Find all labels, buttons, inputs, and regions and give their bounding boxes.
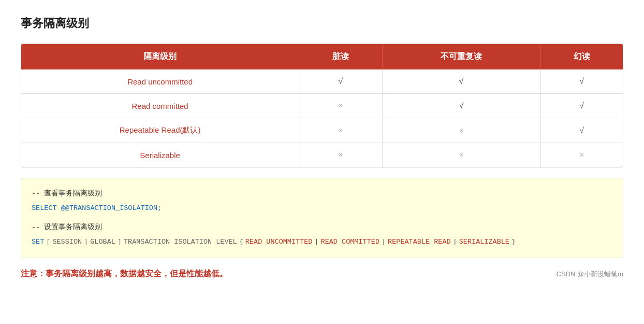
- cell-level: Read committed: [21, 94, 299, 118]
- col-header-level: 隔离级别: [21, 44, 299, 69]
- cell-level: Repeatable Read(默认): [21, 118, 299, 143]
- notice-text: 注意：事务隔离级别越高，数据越安全，但是性能越低。: [21, 269, 228, 279]
- code-block: -- 查看事务隔离级别 SELECT @@TRANSACTION_ISOLATI…: [21, 178, 623, 258]
- isolation-table: 隔离级别 脏读 不可重复读 幻读 Read uncommitted√√√Read…: [21, 44, 623, 167]
- cell-level: Read uncommitted: [21, 69, 299, 94]
- cell-phantom: ×: [540, 143, 623, 167]
- table-row: Read committed×√√: [21, 94, 623, 118]
- set-bracket-close: ]: [118, 236, 122, 248]
- set-pipe: |: [84, 236, 88, 248]
- set-brace-close: }: [511, 236, 516, 248]
- set-sep3: |: [453, 236, 457, 248]
- set-brace-open: {: [239, 236, 243, 248]
- csdn-label: CSDN @小新没蜡笔m: [557, 270, 623, 279]
- set-opt1: READ UNCOMMITTED: [245, 236, 313, 248]
- set-sep2: |: [382, 236, 386, 248]
- cell-phantom: √: [540, 118, 623, 143]
- code-select: SELECT @@TRANSACTION_ISOLATION;: [32, 202, 612, 215]
- cell-dirty: ×: [299, 143, 382, 167]
- cell-dirty: ×: [299, 94, 382, 118]
- code-comment1: -- 查看事务隔离级别: [32, 188, 612, 200]
- isolation-table-wrapper: 隔离级别 脏读 不可重复读 幻读 Read uncommitted√√√Read…: [21, 44, 623, 167]
- col-header-phantom: 幻读: [540, 44, 623, 69]
- cell-dirty: √: [299, 69, 382, 94]
- table-row: Repeatable Read(默认)××√: [21, 118, 623, 143]
- cell-nonrepeatable: ×: [382, 143, 540, 167]
- cell-phantom: √: [540, 94, 623, 118]
- cell-nonrepeatable: ×: [382, 118, 540, 143]
- set-opt4: SERIALIZABLE: [459, 236, 509, 248]
- cell-phantom: √: [540, 69, 623, 94]
- set-bracket-open: [: [46, 236, 50, 248]
- set-keyword: SET: [32, 236, 44, 248]
- cell-nonrepeatable: √: [382, 69, 540, 94]
- col-header-dirty: 脏读: [299, 44, 382, 69]
- code-comment2: -- 设置事务隔离级别: [32, 221, 612, 234]
- col-header-nonrepeatable: 不可重复读: [382, 44, 540, 69]
- set-session: SESSION: [52, 236, 82, 248]
- set-opt2: READ COMMITTED: [321, 236, 379, 248]
- set-opt3: REPEATABLE READ: [388, 236, 451, 248]
- page-title: 事务隔离级别: [21, 16, 623, 31]
- table-row: Serializable×××: [21, 143, 623, 167]
- set-global: GLOBAL: [90, 236, 115, 248]
- set-middle: TRANSACTION ISOLATION LEVEL: [124, 236, 237, 248]
- set-sep1: |: [314, 236, 318, 248]
- table-row: Read uncommitted√√√: [21, 69, 623, 94]
- footer-row: 注意：事务隔离级别越高，数据越安全，但是性能越低。 CSDN @小新没蜡笔m: [21, 269, 623, 279]
- code-set-line: SET [ SESSION | GLOBAL ] TRANSACTION ISO…: [32, 236, 612, 248]
- cell-level: Serializable: [21, 143, 299, 167]
- cell-nonrepeatable: √: [382, 94, 540, 118]
- cell-dirty: ×: [299, 118, 382, 143]
